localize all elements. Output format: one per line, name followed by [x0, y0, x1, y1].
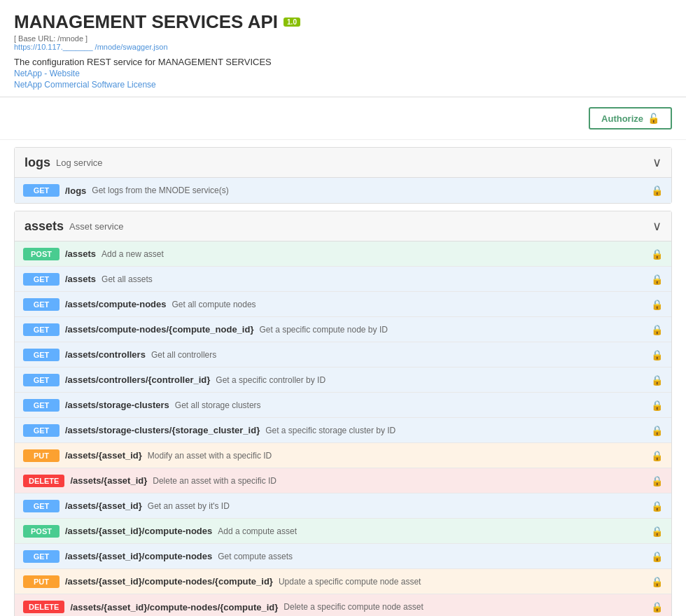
endpoint-path: /assets/controllers: [65, 349, 146, 360]
endpoint-row[interactable]: POST /assets/{asset_id}/compute-nodes Ad…: [15, 519, 671, 544]
endpoint-summary: Get all storage clusters: [175, 400, 645, 410]
lock-icon: 🔒: [651, 248, 663, 260]
lock-icon: 🔒: [651, 526, 663, 537]
section-header-assets[interactable]: assets Asset service ∨: [15, 211, 671, 241]
chevron-down-icon: ∨: [652, 218, 662, 234]
section-tag: assets: [24, 219, 64, 234]
endpoint-path: /assets/compute-nodes: [65, 299, 167, 309]
endpoint-path: /assets/{asset_id}: [65, 450, 142, 461]
endpoint-row[interactable]: DELETE /assets/{asset_id}/compute-nodes/…: [15, 594, 671, 616]
endpoint-summary: Get a specific compute node by ID: [259, 325, 645, 335]
endpoint-path: /assets/storage-clusters/{storage_cluste…: [65, 425, 260, 435]
endpoint-summary: Add a compute asset: [218, 526, 645, 536]
endpoint-row[interactable]: GET /logs Get logs from the MNODE servic…: [15, 178, 671, 203]
lock-icon: 🔒: [651, 450, 663, 461]
endpoint-row[interactable]: GET /assets/compute-nodes Get all comput…: [15, 292, 671, 317]
endpoint-row[interactable]: PUT /assets/{asset_id}/compute-nodes/{co…: [15, 569, 671, 594]
section-header-left: assets Asset service: [24, 219, 123, 234]
section-description: Asset service: [69, 221, 123, 232]
endpoint-row[interactable]: GET /assets/{asset_id} Get an asset by i…: [15, 493, 671, 519]
endpoint-path: /assets/{asset_id}/compute-nodes/{comput…: [70, 602, 278, 612]
method-badge-delete: DELETE: [23, 601, 64, 613]
authorize-bar: Authorize 🔓: [0, 97, 686, 140]
swagger-link[interactable]: https://10.117._______ /mnode/swagger.js…: [14, 43, 168, 51]
endpoint-path: /assets/{asset_id}: [70, 475, 147, 486]
endpoint-summary: Get a specific storage cluster by ID: [265, 426, 645, 435]
endpoint-summary: Update a specific compute node asset: [279, 577, 645, 587]
description: The configuration REST service for MANAG…: [14, 57, 672, 67]
page-header: MANAGEMENT SERVICES API 1.0 [ Base URL: …: [0, 0, 686, 97]
lock-icon: 🔒: [651, 601, 663, 612]
lock-icon: 🔒: [651, 274, 663, 285]
endpoint-summary: Delete a specific compute node asset: [284, 602, 645, 612]
method-badge-put: PUT: [23, 575, 59, 588]
section-description: Log service: [56, 158, 102, 168]
lock-icon: 🔒: [651, 324, 663, 335]
authorize-button[interactable]: Authorize 🔓: [589, 107, 672, 130]
lock-icon: 🔒: [651, 349, 663, 360]
endpoint-row[interactable]: GET /assets/{asset_id}/compute-nodes Get…: [15, 544, 671, 569]
chevron-down-icon: ∨: [652, 155, 662, 170]
endpoint-row[interactable]: DELETE /assets/{asset_id} Delete an asse…: [15, 468, 671, 493]
endpoint-summary: Get compute assets: [218, 552, 645, 561]
base-url: [ Base URL: /mnode ] https://10.117.____…: [14, 34, 672, 51]
method-badge-put: PUT: [23, 449, 59, 462]
endpoint-path: /assets: [65, 248, 96, 259]
endpoint-path: /logs: [65, 186, 86, 196]
endpoint-path: /assets/controllers/{controller_id}: [65, 374, 210, 385]
method-badge-post: POST: [23, 525, 59, 538]
lock-icon: 🔒: [651, 400, 663, 411]
method-badge-get: GET: [23, 374, 59, 386]
method-badge-get: GET: [23, 550, 59, 563]
endpoint-summary: Get all assets: [102, 274, 645, 284]
endpoint-row[interactable]: GET /assets/compute-nodes/{compute_node_…: [15, 317, 671, 342]
endpoint-summary: Get an asset by it's ID: [148, 501, 645, 511]
method-badge-get: GET: [23, 323, 59, 336]
endpoint-summary: Add a new asset: [102, 249, 645, 259]
method-badge-get: GET: [23, 349, 59, 361]
lock-icon: 🔒: [651, 299, 663, 310]
license-link[interactable]: NetApp Commercial Software License: [14, 80, 672, 90]
endpoint-row[interactable]: GET /assets/storage-clusters/{storage_cl…: [15, 418, 671, 443]
method-badge-delete: DELETE: [23, 475, 64, 487]
lock-icon: 🔒: [651, 185, 663, 196]
version-badge: 1.0: [284, 18, 300, 27]
netapp-website-link[interactable]: NetApp - Website: [14, 69, 672, 78]
method-badge-post: POST: [23, 248, 59, 260]
method-badge-get: GET: [23, 399, 59, 412]
section-header-logs[interactable]: logs Log service ∨: [15, 148, 671, 178]
endpoint-summary: Delete an asset with a specific ID: [153, 476, 645, 486]
endpoint-path: /assets/compute-nodes/{compute_node_id}: [65, 324, 253, 335]
endpoint-row[interactable]: GET /assets/controllers Get all controll…: [15, 342, 671, 368]
endpoint-row[interactable]: PUT /assets/{asset_id} Modify an asset w…: [15, 443, 671, 468]
endpoint-path: /assets/{asset_id}: [65, 500, 142, 511]
section-header-left: logs Log service: [24, 155, 103, 170]
endpoint-summary: Modify an asset with a specific ID: [148, 451, 645, 461]
sections-container: logs Log service ∨ GET /logs Get logs fr…: [0, 147, 686, 616]
section-logs: logs Log service ∨ GET /logs Get logs fr…: [14, 147, 672, 204]
endpoint-row[interactable]: GET /assets Get all assets 🔒: [15, 267, 671, 292]
lock-icon: 🔒: [651, 500, 663, 512]
lock-icon: 🔒: [651, 425, 663, 436]
method-badge-get: GET: [23, 500, 59, 512]
endpoint-summary: Get all controllers: [151, 350, 645, 360]
endpoint-path: /assets/{asset_id}/compute-nodes/{comput…: [65, 576, 273, 587]
method-badge-get: GET: [23, 424, 59, 437]
page-title: MANAGEMENT SERVICES API 1.0: [14, 11, 672, 33]
endpoint-summary: Get all compute nodes: [172, 300, 646, 309]
section-assets: assets Asset service ∨ POST /assets Add …: [14, 211, 672, 616]
section-tag: logs: [24, 155, 50, 170]
endpoint-summary: Get a specific controller by ID: [216, 375, 645, 385]
endpoint-path: /assets/{asset_id}/compute-nodes: [65, 551, 212, 561]
lock-icon: 🔓: [648, 113, 659, 124]
lock-icon: 🔒: [651, 576, 663, 587]
lock-icon: 🔒: [651, 551, 663, 562]
endpoint-path: /assets/{asset_id}/compute-nodes: [65, 526, 212, 536]
method-badge-get: GET: [23, 273, 59, 286]
endpoint-row[interactable]: GET /assets/controllers/{controller_id} …: [15, 368, 671, 393]
endpoint-row[interactable]: GET /assets/storage-clusters Get all sto…: [15, 393, 671, 418]
lock-icon: 🔒: [651, 374, 663, 386]
endpoint-path: /assets: [65, 274, 96, 284]
endpoint-row[interactable]: POST /assets Add a new asset 🔒: [15, 241, 671, 267]
method-badge-get: GET: [23, 184, 59, 197]
